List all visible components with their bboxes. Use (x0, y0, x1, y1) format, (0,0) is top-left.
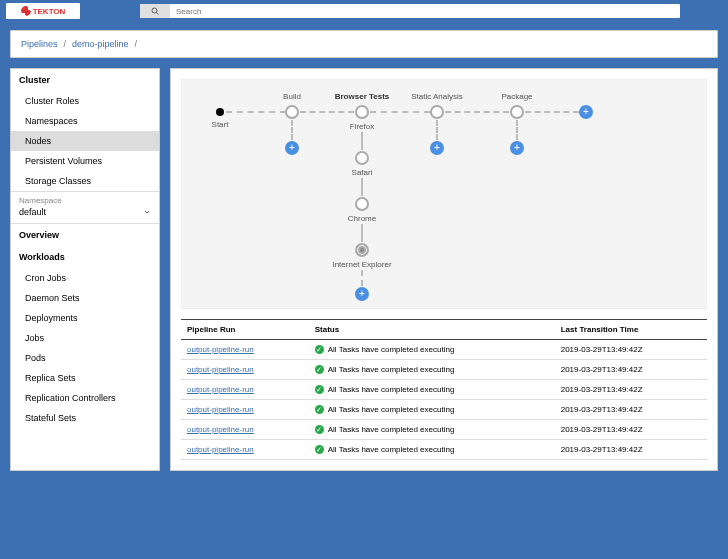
table-row: output-pipeline-run✓All Tasks have compl… (181, 380, 707, 400)
success-icon: ✓ (315, 445, 324, 454)
top-bar: TEKTON (0, 0, 728, 22)
sidebar-item-deployments[interactable]: Deployments (11, 308, 159, 328)
col-build: Build (283, 92, 301, 101)
search-button[interactable] (140, 4, 170, 18)
node-ie[interactable] (355, 243, 369, 257)
sidebar-item-persistent-volumes[interactable]: Persistent Volumes (11, 151, 159, 171)
status-text: All Tasks have completed executing (328, 425, 455, 434)
label-chrome: Chrome (348, 214, 376, 223)
sidebar-cluster-head: Cluster (11, 69, 159, 91)
pipeline-run-link[interactable]: output-pipeline-run (187, 425, 254, 434)
sidebar-item-daemon-sets[interactable]: Daemon Sets (11, 288, 159, 308)
sidebar-item-replica-sets[interactable]: Replica Sets (11, 368, 159, 388)
status-text: All Tasks have completed executing (328, 405, 455, 414)
transition-time: 2019-03-29T13:49:42Z (555, 380, 707, 400)
success-icon: ✓ (315, 425, 324, 434)
sidebar-item-nodes[interactable]: Nodes (11, 131, 159, 151)
edge (516, 120, 518, 140)
add-under-static[interactable]: + (430, 141, 444, 155)
pipeline-runs-table: Pipeline Run Status Last Transition Time… (181, 319, 707, 460)
search-input[interactable] (170, 7, 680, 16)
sidebar-item-replication-controllers[interactable]: Replication Controllers (11, 388, 159, 408)
logo-icon (21, 6, 31, 16)
sidebar-workloads-head: Workloads (11, 246, 159, 268)
pipeline-diagram: Build Browser Tests Static Analysis Pack… (181, 79, 707, 309)
node-build[interactable] (285, 105, 299, 119)
sidebar-item-storage-classes[interactable]: Storage Classes (11, 171, 159, 191)
success-icon: ✓ (315, 345, 324, 354)
transition-time: 2019-03-29T13:49:42Z (555, 360, 707, 380)
table-row: output-pipeline-run✓All Tasks have compl… (181, 360, 707, 380)
breadcrumb-pipelines[interactable]: Pipelines (21, 39, 58, 49)
start-label: Start (212, 120, 229, 129)
status-text: All Tasks have completed executing (328, 445, 455, 454)
add-after-package[interactable]: + (579, 105, 593, 119)
edge (370, 111, 430, 113)
sidebar-item-jobs[interactable]: Jobs (11, 328, 159, 348)
col-package: Package (501, 92, 532, 101)
breadcrumb-sep: / (64, 39, 67, 49)
add-under-package[interactable]: + (510, 141, 524, 155)
pipeline-run-link[interactable]: output-pipeline-run (187, 345, 254, 354)
edge (361, 132, 363, 150)
col-pipeline-run: Pipeline Run (181, 320, 309, 340)
namespace-label: Namespace (19, 196, 151, 205)
transition-time: 2019-03-29T13:49:42Z (555, 440, 707, 460)
transition-time: 2019-03-29T13:49:42Z (555, 340, 707, 360)
edge (525, 111, 579, 113)
sidebar-overview[interactable]: Overview (11, 224, 159, 246)
breadcrumb-demo-pipeline[interactable]: demo-pipeline (72, 39, 129, 49)
node-firefox[interactable] (355, 105, 369, 119)
pipeline-run-link[interactable]: output-pipeline-run (187, 445, 254, 454)
status-text: All Tasks have completed executing (328, 365, 455, 374)
col-status: Status (309, 320, 555, 340)
node-safari[interactable] (355, 151, 369, 165)
breadcrumb-sep: / (135, 39, 138, 49)
node-chrome[interactable] (355, 197, 369, 211)
namespace-value: default (19, 207, 46, 217)
search-wrap (140, 4, 680, 18)
sidebar-item-pods[interactable]: Pods (11, 348, 159, 368)
label-safari: Safari (352, 168, 373, 177)
table-row: output-pipeline-run✓All Tasks have compl… (181, 420, 707, 440)
breadcrumb: Pipelines / demo-pipeline / (10, 30, 718, 58)
edge (361, 224, 363, 242)
edge (436, 120, 438, 140)
add-under-ie[interactable]: + (355, 287, 369, 301)
edge (361, 178, 363, 196)
edge (300, 111, 354, 113)
sidebar-item-namespaces[interactable]: Namespaces (11, 111, 159, 131)
success-icon: ✓ (315, 385, 324, 394)
col-last-transition: Last Transition Time (555, 320, 707, 340)
pipeline-run-link[interactable]: output-pipeline-run (187, 365, 254, 374)
pipeline-run-link[interactable]: output-pipeline-run (187, 385, 254, 394)
namespace-selector[interactable]: Namespace default (11, 191, 159, 224)
success-icon: ✓ (315, 365, 324, 374)
sidebar-item-cron-jobs[interactable]: Cron Jobs (11, 268, 159, 288)
add-under-build[interactable]: + (285, 141, 299, 155)
label-ie: Internet Explorer (332, 260, 391, 269)
main-panel: Build Browser Tests Static Analysis Pack… (170, 68, 718, 471)
edge (361, 270, 363, 286)
search-icon (151, 7, 159, 15)
sidebar-item-stateful-sets[interactable]: Stateful Sets (11, 408, 159, 428)
logo-text: TEKTON (33, 7, 66, 16)
node-static-analysis[interactable] (430, 105, 444, 119)
chevron-down-icon (143, 208, 151, 216)
sidebar: Cluster Cluster RolesNamespacesNodesPers… (10, 68, 160, 471)
layout: Cluster Cluster RolesNamespacesNodesPers… (10, 68, 718, 471)
label-firefox: Firefox (350, 122, 374, 131)
col-browser-tests: Browser Tests (335, 92, 390, 101)
pipeline-run-link[interactable]: output-pipeline-run (187, 405, 254, 414)
sidebar-item-cluster-roles[interactable]: Cluster Roles (11, 91, 159, 111)
start-node (216, 108, 224, 116)
table-row: output-pipeline-run✓All Tasks have compl… (181, 400, 707, 420)
svg-line-1 (157, 13, 159, 15)
transition-time: 2019-03-29T13:49:42Z (555, 420, 707, 440)
success-icon: ✓ (315, 405, 324, 414)
edge (291, 120, 293, 140)
status-text: All Tasks have completed executing (328, 385, 455, 394)
col-static-analysis: Static Analysis (411, 92, 463, 101)
edge (445, 111, 509, 113)
node-package[interactable] (510, 105, 524, 119)
